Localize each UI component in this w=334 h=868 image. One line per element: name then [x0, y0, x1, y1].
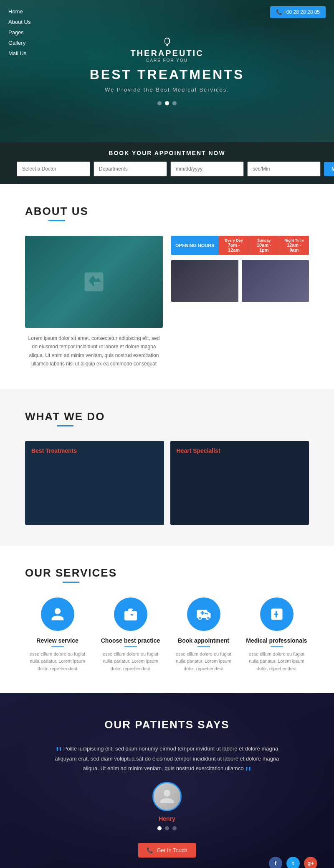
time-input[interactable]	[247, 161, 321, 176]
patient-name: Henry	[17, 815, 317, 822]
googleplus-icon[interactable]: g+	[304, 857, 317, 868]
service-professionals-title: Medical professionals	[244, 637, 309, 647]
testimonial-title: OUR PATIENTS SAYS	[17, 718, 317, 731]
service-practice-desc: esse cillum dolore eu fugiat nulla paria…	[98, 651, 163, 673]
about-left: Lorem ipsum dolor sit amet, consectetur …	[25, 236, 163, 368]
date-input[interactable]	[170, 161, 244, 176]
services-title: OUR SERVICES	[25, 567, 117, 585]
service-review: Review service esse cillum dolore eu fug…	[25, 597, 90, 673]
about-thumb-1	[171, 260, 238, 302]
oh-everyday-time: 7am - 12am	[223, 243, 245, 253]
hero-title: BEST TREATMENTS	[90, 67, 245, 82]
oh-everyday-label: Every Day	[223, 238, 245, 243]
service-review-icon-bg	[41, 597, 74, 631]
patient-avatar	[152, 782, 182, 811]
oh-sunday-label: Sunday	[253, 238, 276, 243]
about-grid: Lorem ipsum dolor sit amet, consectetur …	[25, 236, 309, 368]
testi-dot-2[interactable]	[165, 826, 169, 830]
about-images	[171, 260, 309, 302]
hero-dots	[90, 101, 245, 105]
nav-mail[interactable]: Mail Us	[8, 48, 58, 59]
opening-hours: OPENING HOURS Every Day 7am - 12am Sunda…	[171, 236, 309, 255]
testimonial-quote: " Polite iudipiscing elit, sed diam nonu…	[42, 744, 292, 773]
about-title: ABOUT US	[25, 205, 89, 223]
nav-gallery[interactable]: Gallery	[8, 38, 58, 48]
about-section: ABOUT US Lorem ipsum dolor sit amet, con…	[0, 184, 334, 389]
doctor-icon	[50, 607, 65, 622]
appointment-bar: BOOK YOUR APPOINTMENT NOW MAKE A APPOINT…	[0, 142, 334, 184]
brand-tagline: CARE FOR YOU	[130, 58, 203, 63]
hero-content: BEST TREATMENTS We Provide the Best Medi…	[90, 67, 245, 105]
nav-pages[interactable]: Pages	[8, 27, 58, 38]
what-card-1-label: Best Treatments	[31, 447, 77, 454]
testi-dot-3[interactable]	[172, 826, 177, 830]
oh-label: OPENING HOURS	[171, 236, 219, 255]
phone-button[interactable]: 📞 +00 28 28 28 85	[270, 6, 326, 18]
make-appointment-button[interactable]: MAKE A APPOINTMENT	[324, 162, 334, 176]
service-professionals-desc: esse cillum dolore eu fugiat nulla paria…	[244, 651, 309, 673]
what-card-1: Best Treatments	[25, 441, 164, 525]
hero-section: Home About Us Pages Gallery Mail Us 📞 +0…	[0, 0, 334, 142]
about-image-icon	[81, 269, 106, 294]
hero-logo: THERAPEUTIC CARE FOR YOU	[130, 37, 203, 63]
service-appointment-icon-bg	[187, 597, 220, 631]
service-practice-icon-bg	[114, 597, 147, 631]
service-review-title: Review service	[25, 637, 90, 647]
service-professionals-icon-bg	[260, 597, 294, 631]
ambulance-icon	[196, 607, 211, 622]
phone-icon: 📞	[276, 9, 282, 15]
what-card-2-label: Heart Specialist	[177, 447, 220, 454]
oh-sunday: Sunday 10am - 1pm	[249, 236, 279, 255]
service-appointment-desc: esse cillum dolore eu fugiat nulla paria…	[171, 651, 236, 673]
services-grid: Review service esse cillum dolore eu fug…	[25, 597, 309, 673]
nav-about[interactable]: About Us	[8, 17, 58, 27]
dot-1[interactable]	[157, 101, 162, 105]
facebook-icon[interactable]: f	[269, 857, 282, 868]
services-section: OUR SERVICES Review service esse cillum …	[0, 546, 334, 694]
department-input[interactable]	[94, 161, 167, 176]
hero-subtitle: We Provide the Best Medical Services.	[90, 87, 245, 93]
oh-night-label: Night Time	[283, 238, 306, 243]
what-card-2: Heart Specialist	[170, 441, 309, 525]
service-professionals: Medical professionals esse cillum dolore…	[244, 597, 309, 673]
oh-sunday-time: 10am - 1pm	[253, 243, 276, 253]
nav-home[interactable]: Home	[8, 6, 58, 17]
testimonial-section: OUR PATIENTS SAYS " Polite iudipiscing e…	[0, 693, 334, 868]
oh-night-time: 12am - 9am	[283, 243, 306, 253]
service-practice: Choose best practice esse cillum dolore …	[98, 597, 163, 673]
avatar-icon	[159, 788, 175, 805]
what-title: WHAT WE DO	[25, 410, 105, 429]
service-review-desc: esse cillum dolore eu fugiat nulla paria…	[25, 651, 90, 673]
service-appointment-title: Book appointment	[171, 637, 236, 647]
what-grid: Best Treatments Heart Specialist	[25, 441, 309, 525]
twitter-icon[interactable]: t	[286, 857, 300, 868]
get-in-touch-button[interactable]: 📞 Get In Touch	[138, 843, 195, 858]
dot-2[interactable]	[165, 101, 169, 105]
phone-number: +00 28 28 28 85	[283, 9, 320, 15]
about-right: OPENING HOURS Every Day 7am - 12am Sunda…	[171, 236, 309, 368]
testi-dot-1[interactable]	[157, 826, 162, 830]
get-in-touch-label: Get In Touch	[157, 847, 187, 853]
about-description: Lorem ipsum dolor sit amet, consectetur …	[25, 334, 163, 368]
hospital-icon	[269, 607, 284, 622]
social-icons: f t g+	[269, 857, 317, 868]
about-thumb-2	[242, 260, 309, 302]
doctor-input[interactable]	[17, 161, 90, 176]
service-appointment: Book appointment esse cillum dolore eu f…	[171, 597, 236, 673]
dot-3[interactable]	[172, 101, 177, 105]
oh-night: Night Time 12am - 9am	[279, 236, 309, 255]
briefcase-icon	[123, 607, 138, 622]
what-we-do-section: WHAT WE DO Best Treatments Heart Special…	[0, 389, 334, 546]
appointment-form: MAKE A APPOINTMENT	[17, 161, 317, 176]
oh-times: Every Day 7am - 12am Sunday 10am - 1pm N…	[219, 236, 309, 255]
service-practice-title: Choose best practice	[98, 637, 163, 647]
testimonial-dots	[17, 826, 317, 830]
navigation: Home About Us Pages Gallery Mail Us	[0, 0, 67, 65]
about-main-image	[25, 236, 163, 328]
quote-close-icon: "	[245, 763, 251, 782]
oh-everyday: Every Day 7am - 12am	[219, 236, 249, 255]
brand-name: THERAPEUTIC	[130, 49, 203, 58]
stethoscope-icon	[162, 37, 172, 47]
phone-small-icon: 📞	[147, 847, 153, 853]
appt-heading: BOOK YOUR APPOINTMENT NOW	[17, 150, 317, 156]
